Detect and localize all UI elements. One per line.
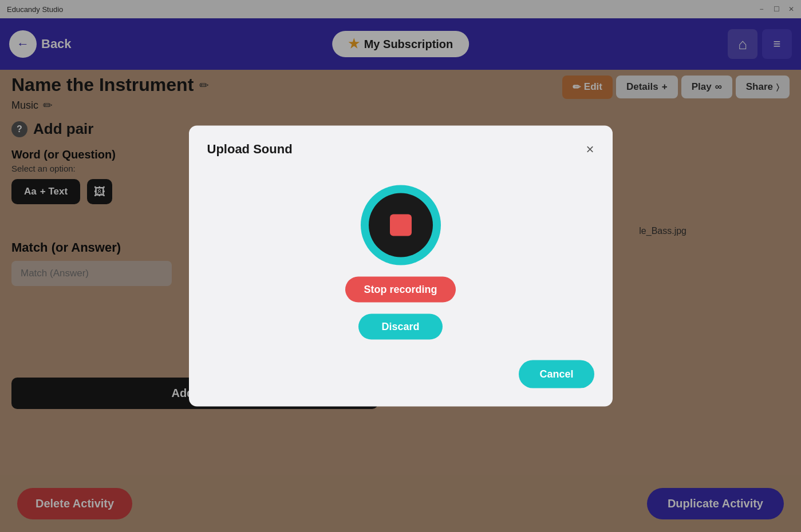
cancel-button[interactable]: Cancel: [519, 360, 594, 388]
modal-title: Upload Sound: [207, 142, 293, 157]
record-button[interactable]: [361, 185, 441, 265]
stop-square-icon: [390, 215, 412, 236]
stop-recording-button[interactable]: Stop recording: [345, 277, 455, 303]
modal-footer: Cancel: [207, 360, 594, 388]
modal-header: Upload Sound ×: [207, 142, 594, 157]
modal-body: Stop recording Discard: [207, 168, 594, 351]
upload-sound-modal: Upload Sound × Stop recording Discard Ca…: [189, 126, 613, 407]
discard-button[interactable]: Discard: [358, 314, 442, 340]
record-inner-circle: [369, 193, 433, 257]
modal-close-button[interactable]: ×: [586, 142, 594, 156]
